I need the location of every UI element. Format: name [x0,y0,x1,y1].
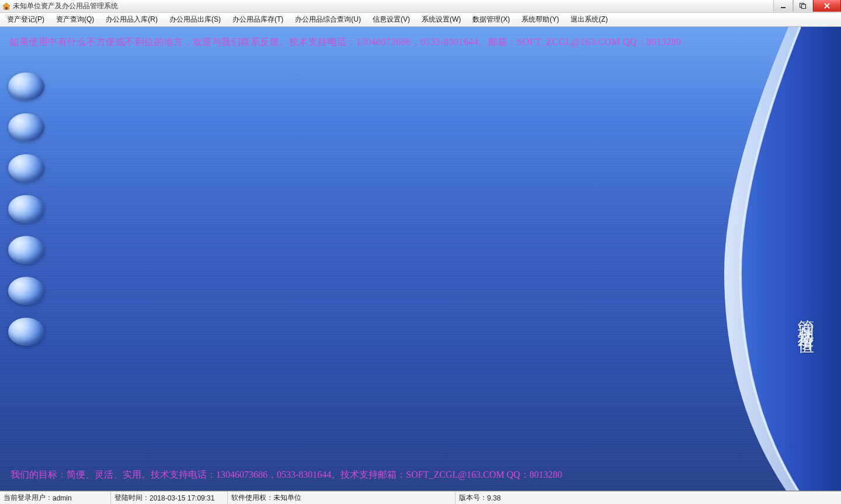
decorative-bubble-icon [8,236,44,264]
workspace-background: 如果使用中有什么不方便或不到位的地方，欢迎与我们联系反馈。技术支持电话：1304… [0,27,841,491]
menu-supplies-out[interactable]: 办公用品出库(S) [164,13,227,26]
svg-rect-1 [5,6,8,9]
decorative-bubble-icon [8,72,44,100]
status-version-value: 9.38 [487,494,501,502]
status-version: 版本号： 9.38 [456,492,841,504]
footer-support-message: 我们的目标：简便、灵活、实用。技术支持电话：13046073686，0533-8… [11,469,562,481]
decorative-bubble-icon [8,195,44,223]
status-login-time-value: 2018-03-15 17:09:31 [150,494,214,502]
status-license-value: 未知单位 [273,493,301,503]
app-icon [2,2,11,11]
vertical-slogan: 管理创造价值 [794,307,816,328]
menu-help[interactable]: 系统帮助(Y) [516,13,565,26]
status-user-label: 当前登录用户： [4,493,53,503]
menu-exit[interactable]: 退出系统(Z) [565,13,613,26]
window-title: 未知单位资产及办公用品管理系统 [13,1,118,11]
menu-supplies-stock[interactable]: 办公用品库存(T) [227,13,289,26]
menu-supplies-in[interactable]: 办公用品入库(R) [100,13,164,26]
status-license-label: 软件使用权： [231,493,273,503]
svg-rect-4 [802,5,806,9]
status-license: 软件使用权： 未知单位 [228,492,456,504]
menubar: 资产登记(P) 资产查询(Q) 办公用品入库(R) 办公用品出库(S) 办公用品… [0,13,841,27]
window-maximize-button[interactable] [793,0,813,12]
window-titlebar: 未知单位资产及办公用品管理系统 [0,0,841,13]
menu-assets-query[interactable]: 资产查询(Q) [50,13,100,26]
svg-rect-2 [781,7,786,8]
status-version-label: 版本号： [459,493,487,503]
menu-data-manage[interactable]: 数据管理(X) [467,13,516,26]
decorative-bubble-icon [8,154,44,182]
decorative-bubble-icon [8,113,44,141]
menu-supplies-query[interactable]: 办公用品综合查询(U) [289,13,367,26]
decorative-bubble-icon [8,318,44,346]
top-marquee-message: 如果使用中有什么不方便或不到位的地方，欢迎与我们联系反馈。技术支持电话：1304… [9,36,682,48]
window-minimize-button[interactable] [773,0,793,12]
decorative-right-panel: 管理创造价值 [736,27,841,491]
menu-system-settings[interactable]: 系统设置(W) [416,13,467,26]
status-login-time-label: 登陆时间： [114,493,150,503]
window-close-button[interactable] [813,0,841,12]
status-login-time: 登陆时间： 2018-03-15 17:09:31 [111,492,228,504]
decorative-bubble-icon [8,277,44,305]
menu-info-settings[interactable]: 信息设置(V) [367,13,416,26]
menu-assets-register[interactable]: 资产登记(P) [1,13,50,26]
status-user-value: admin [53,494,72,502]
status-current-user: 当前登录用户： admin [0,492,111,504]
statusbar: 当前登录用户： admin 登陆时间： 2018-03-15 17:09:31 … [0,491,841,504]
